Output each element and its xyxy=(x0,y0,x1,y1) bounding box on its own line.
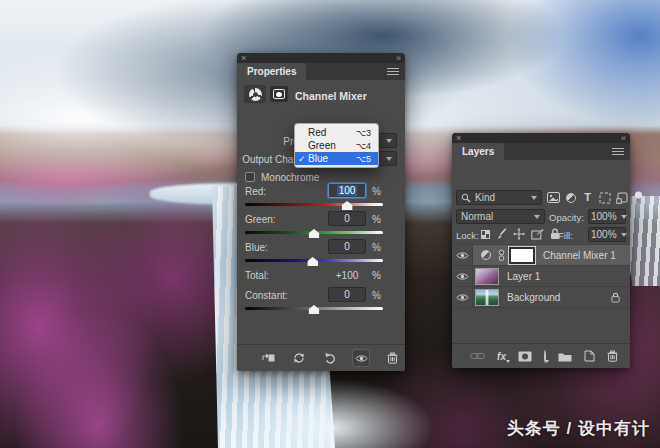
total-unit: % xyxy=(372,270,381,281)
green-value-input[interactable]: 0 xyxy=(328,211,366,226)
menu-item-green[interactable]: Green ⌥4 xyxy=(295,139,378,152)
reset-icon[interactable] xyxy=(321,349,339,367)
menu-item-red[interactable]: Red ⌥3 xyxy=(295,126,378,139)
lock-label: Lock: xyxy=(456,230,479,241)
new-group-icon[interactable] xyxy=(558,351,572,362)
chevron-down-icon xyxy=(386,157,392,161)
menu-item-label: Blue xyxy=(308,153,346,164)
panel-menu-icon[interactable] xyxy=(387,68,399,76)
kind-filter-select[interactable]: Kind xyxy=(456,190,542,205)
adjustment-filter-icon[interactable] xyxy=(564,191,577,204)
menu-item-blue[interactable]: ✓ Blue ⌥5 xyxy=(295,152,378,165)
layer-thumbnail[interactable] xyxy=(475,289,499,306)
layer-thumbnail[interactable] xyxy=(475,268,499,285)
tab-layers[interactable]: Layers xyxy=(452,143,504,160)
eye-icon[interactable] xyxy=(452,287,473,307)
delete-adjustment-icon[interactable] xyxy=(383,349,401,367)
blend-mode-select[interactable]: Normal xyxy=(456,209,545,224)
constant-slider-thumb[interactable] xyxy=(309,305,320,314)
view-previous-state-icon[interactable] xyxy=(290,349,308,367)
red-value: 100 xyxy=(337,185,358,196)
eye-icon[interactable] xyxy=(452,245,473,265)
filter-toggle-icon[interactable] xyxy=(632,191,645,204)
properties-tabbar: Properties xyxy=(237,63,405,80)
monochrome-label: Monochrome xyxy=(261,172,319,183)
close-icon[interactable]: × xyxy=(456,134,461,143)
red-slider-thumb[interactable] xyxy=(342,201,353,210)
output-channel-menu: Red ⌥3 Green ⌥4 ✓ Blue ⌥5 xyxy=(294,123,379,168)
constant-unit: % xyxy=(372,290,381,301)
watermark-text: 头条号 / 设中有计 xyxy=(507,417,650,440)
layer-name: Layer 1 xyxy=(507,271,540,282)
checkmark-icon: ✓ xyxy=(298,154,308,164)
layer-row-background[interactable]: Background xyxy=(452,287,630,308)
layer-mask-thumbnail[interactable] xyxy=(509,247,535,264)
layers-titlebar: × « xyxy=(452,133,630,143)
type-filter-icon[interactable]: T xyxy=(581,191,594,204)
blue-value-input[interactable]: 0 xyxy=(328,239,366,254)
fill-input[interactable]: 100% xyxy=(588,227,626,242)
collapse-icon[interactable]: » xyxy=(396,54,401,63)
channel-mixer-icon xyxy=(244,85,266,103)
smart-object-filter-icon[interactable] xyxy=(615,191,628,204)
add-mask-icon[interactable] xyxy=(518,351,532,362)
panel-menu-icon[interactable] xyxy=(612,148,624,156)
properties-titlebar: × » xyxy=(237,53,405,63)
lock-artboard-icon[interactable] xyxy=(531,229,544,240)
constant-label: Constant: xyxy=(245,290,288,301)
layers-toolbar: fx xyxy=(452,343,630,368)
layer-row-layer1[interactable]: Layer 1 xyxy=(452,266,630,287)
layer-name: Channel Mixer 1 xyxy=(543,250,616,261)
constant-slider-track[interactable] xyxy=(245,307,383,310)
search-icon xyxy=(461,193,471,203)
close-icon[interactable]: × xyxy=(241,54,246,63)
chevron-down-icon xyxy=(531,196,537,200)
monochrome-checkbox[interactable] xyxy=(245,172,255,182)
eye-icon[interactable] xyxy=(452,266,473,286)
red-value-input[interactable]: 100 xyxy=(328,183,366,198)
delete-layer-icon[interactable] xyxy=(607,350,618,362)
mask-link-icon[interactable] xyxy=(498,249,505,262)
layer-row-channel-mixer[interactable]: Channel Mixer 1 xyxy=(452,245,630,266)
constant-value: 0 xyxy=(344,289,350,300)
collapse-icon[interactable]: « xyxy=(621,134,626,143)
mixer-circle-icon xyxy=(249,88,262,101)
photoshop-workspace: 头条号 / 设中有计 × » Properties Channel Mixer … xyxy=(0,0,660,448)
constant-value-input[interactable]: 0 xyxy=(328,287,366,302)
shape-filter-icon[interactable] xyxy=(598,191,611,204)
menu-item-label: Green xyxy=(308,140,346,151)
kind-filter-label: Kind xyxy=(475,192,495,203)
mask-badge-icon xyxy=(270,86,288,102)
green-slider-track[interactable] xyxy=(245,231,383,234)
red-unit: % xyxy=(372,186,381,197)
layer-styles-icon[interactable]: fx xyxy=(497,351,506,362)
link-layers-icon[interactable] xyxy=(470,352,485,360)
visibility-eye-icon[interactable] xyxy=(352,349,370,367)
opacity-input[interactable]: 100% xyxy=(588,209,626,224)
blue-slider-thumb[interactable] xyxy=(307,257,318,266)
adjustment-title: Channel Mixer xyxy=(295,90,367,102)
new-adjustment-icon[interactable] xyxy=(544,351,546,362)
properties-panel: × » Properties Channel Mixer Preset: Out… xyxy=(237,53,405,371)
green-slider-thumb[interactable] xyxy=(309,229,320,238)
menu-shortcut: ⌥4 xyxy=(356,141,371,151)
blend-mode-value: Normal xyxy=(461,211,493,222)
total-value: +100 xyxy=(328,270,366,281)
chevron-down-icon xyxy=(621,215,627,219)
tab-properties[interactable]: Properties xyxy=(237,63,306,80)
chevron-down-icon xyxy=(621,233,627,237)
menu-item-label: Red xyxy=(308,127,346,138)
chevron-down-icon xyxy=(534,215,540,219)
green-label: Green: xyxy=(245,214,276,225)
layers-panel: × « Layers Kind T xyxy=(452,133,630,368)
red-slider-track[interactable] xyxy=(245,203,383,206)
blue-slider-track[interactable] xyxy=(245,259,383,262)
lock-pixels-icon[interactable] xyxy=(496,228,507,240)
clip-to-layer-icon[interactable] xyxy=(259,349,277,367)
lock-position-icon[interactable] xyxy=(513,228,525,240)
new-layer-icon[interactable] xyxy=(584,350,595,362)
properties-toolbar xyxy=(237,344,405,371)
pixel-filter-icon[interactable] xyxy=(547,191,560,204)
lock-transparency-icon[interactable] xyxy=(481,230,490,239)
adjustment-layer-icon xyxy=(481,250,491,260)
